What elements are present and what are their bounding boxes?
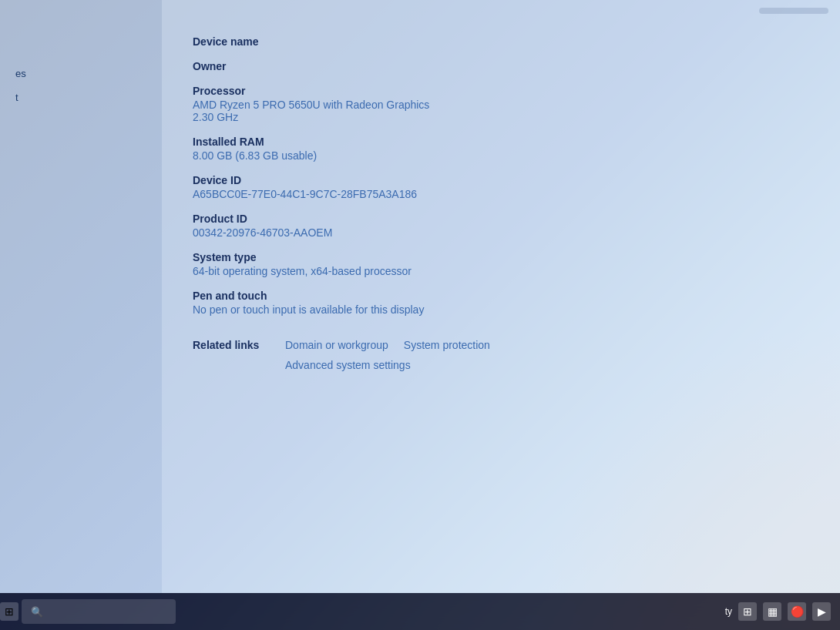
taskbar-icon-1[interactable]: ⊞ xyxy=(738,602,757,621)
taskbar-time: ty xyxy=(725,606,732,617)
ram-row: Installed RAM 8.00 GB (6.83 GB usable) xyxy=(193,136,809,162)
device-id-value: A65BCC0E-77E0-44C1-9C7C-28FB75A3A186 xyxy=(193,188,809,200)
taskbar: ⊞ 🔍 ty ⊞ ▦ 🔴 ▶ xyxy=(0,593,840,630)
taskbar-icon-3[interactable]: 🔴 xyxy=(788,602,806,621)
pen-touch-label: Pen and touch xyxy=(193,290,809,302)
related-links-row-2: Advanced system settings xyxy=(285,359,490,371)
system-protection-link[interactable]: System protection xyxy=(404,339,490,351)
product-id-label: Product ID xyxy=(193,213,809,225)
system-type-row: System type 64-bit operating system, x64… xyxy=(193,251,809,277)
processor-row: Processor AMD Ryzen 5 PRO 5650U with Rad… xyxy=(193,85,809,123)
related-links-section: Related links Domain or workgroup System… xyxy=(193,339,809,371)
scroll-indicator[interactable] xyxy=(759,8,828,14)
system-type-label: System type xyxy=(193,251,809,263)
sidebar-item-t[interactable]: t xyxy=(0,85,162,109)
product-id-value: 00342-20976-46703-AAOEM xyxy=(193,226,809,239)
product-id-row: Product ID 00342-20976-46703-AAOEM xyxy=(193,213,809,239)
taskbar-icon-4[interactable]: ▶ xyxy=(812,602,831,621)
device-id-label: Device ID xyxy=(193,174,809,186)
system-type-value: 64-bit operating system, x64-based proce… xyxy=(193,265,809,277)
ram-value: 8.00 GB (6.83 GB usable) xyxy=(193,149,809,162)
sidebar-item-es[interactable]: es xyxy=(0,62,162,85)
device-id-row: Device ID A65BCC0E-77E0-44C1-9C7C-28FB75… xyxy=(193,174,809,200)
taskbar-right: ty ⊞ ▦ 🔴 ▶ xyxy=(725,602,840,621)
taskbar-icon-2[interactable]: ▦ xyxy=(763,602,781,621)
main-content-panel: Device name Owner Processor AMD Ryzen 5 … xyxy=(162,0,840,593)
related-links-row-1: Domain or workgroup System protection xyxy=(285,339,490,351)
domain-workgroup-link[interactable]: Domain or workgroup xyxy=(285,339,388,351)
device-name-row: Device name xyxy=(193,35,809,48)
sidebar-panel: es t xyxy=(0,0,162,593)
device-name-label: Device name xyxy=(193,35,809,48)
owner-label: Owner xyxy=(193,60,809,72)
processor-value: AMD Ryzen 5 PRO 5650U with Radeon Graphi… xyxy=(193,99,809,123)
ram-label: Installed RAM xyxy=(193,136,809,148)
start-button[interactable]: ⊞ xyxy=(0,602,18,621)
related-links-items: Domain or workgroup System protection Ad… xyxy=(285,339,490,371)
taskbar-search[interactable]: 🔍 xyxy=(22,599,176,624)
related-links-label: Related links xyxy=(193,339,270,351)
pen-touch-row: Pen and touch No pen or touch input is a… xyxy=(193,290,809,316)
search-icon: 🔍 xyxy=(31,606,43,618)
advanced-system-settings-link[interactable]: Advanced system settings xyxy=(285,359,411,371)
pen-touch-value: No pen or touch input is available for t… xyxy=(193,303,809,316)
processor-label: Processor xyxy=(193,85,809,97)
owner-row: Owner xyxy=(193,60,809,72)
